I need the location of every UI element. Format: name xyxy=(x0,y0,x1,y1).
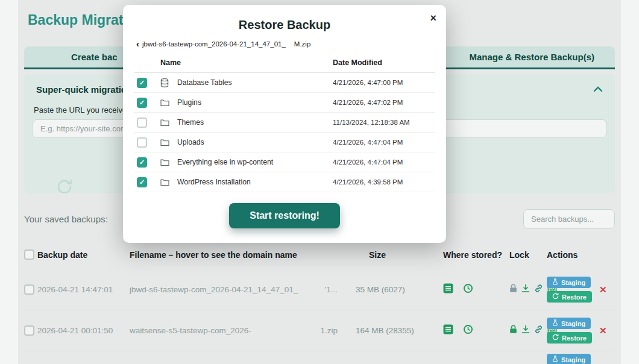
item-checkbox[interactable] xyxy=(137,78,147,88)
list-item: Plugins 4/21/2026, 4:47:02 PM xyxy=(134,93,435,113)
breadcrumb: ‹ jbwd-s6-tastewp-com_2026-04-21_14_47_0… xyxy=(134,39,435,48)
item-checkbox[interactable] xyxy=(137,177,147,187)
folder-icon xyxy=(160,99,177,107)
list-item: Themes 11/13/2024, 12:18:38 AM xyxy=(134,113,435,133)
item-date: 4/21/2026, 4:47:04 PM xyxy=(333,139,435,146)
folder-icon xyxy=(160,178,177,186)
item-checkbox[interactable] xyxy=(137,137,147,148)
restore-file-list: Name Date Modified Database Tables 4/21/… xyxy=(134,53,435,192)
file-name-suffix: M.zip xyxy=(294,40,310,48)
item-checkbox[interactable] xyxy=(137,98,147,108)
item-name: Plugins xyxy=(177,98,333,107)
item-date: 11/13/2024, 12:18:38 AM xyxy=(333,119,435,126)
folder-icon xyxy=(160,158,177,166)
column-name: Name xyxy=(160,58,333,67)
item-name: Themes xyxy=(177,118,333,127)
item-name: Database Tables xyxy=(177,78,333,87)
list-item: Everything else in wp-content 4/21/2026,… xyxy=(134,152,435,172)
item-date: 4/21/2026, 4:47:04 PM xyxy=(333,158,435,166)
list-item: Uploads 4/21/2026, 4:47:04 PM xyxy=(134,133,435,152)
database-icon xyxy=(160,78,177,87)
modal-title: Restore Backup xyxy=(134,18,435,32)
list-item: Database Tables 4/21/2026, 4:47:00 PM xyxy=(134,73,435,93)
file-list-header: Name Date Modified xyxy=(134,53,435,73)
start-restoring-button[interactable]: Start restoring! xyxy=(229,203,340,228)
item-checkbox[interactable] xyxy=(137,118,147,128)
item-name: Everything else in wp-content xyxy=(177,158,333,166)
app-window: Backup Migration Create bac Manage & Res… xyxy=(0,0,639,364)
column-date-modified: Date Modified xyxy=(333,58,435,67)
item-date: 4/21/2026, 4:39:58 PM xyxy=(333,178,435,186)
item-checkbox[interactable] xyxy=(137,157,147,168)
list-item: WordPress Installation 4/21/2026, 4:39:5… xyxy=(134,172,435,192)
file-name-prefix: jbwd-s6-tastewp-com_2026-04-21_14_47_01_ xyxy=(142,40,286,48)
item-date: 4/21/2026, 4:47:02 PM xyxy=(333,99,435,106)
folder-icon xyxy=(160,119,177,127)
close-icon[interactable]: × xyxy=(430,12,436,25)
folder-icon xyxy=(160,139,177,146)
restore-backup-modal: × Restore Backup ‹ jbwd-s6-tastewp-com_2… xyxy=(123,5,446,243)
item-date: 4/21/2026, 4:47:00 PM xyxy=(333,79,435,86)
item-name: WordPress Installation xyxy=(177,178,333,186)
item-name: Uploads xyxy=(177,138,333,146)
back-chevron-icon[interactable]: ‹ xyxy=(136,39,139,48)
